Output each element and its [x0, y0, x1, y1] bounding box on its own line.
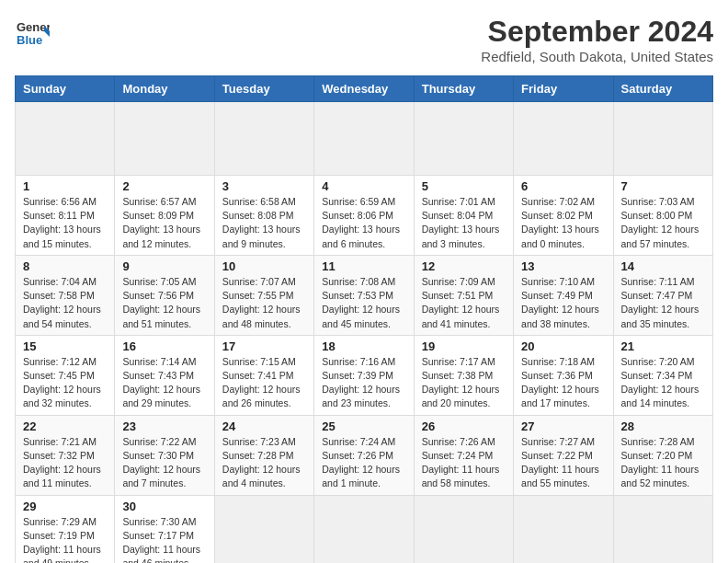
day-info: Sunrise: 7:17 AM Sunset: 7:38 PM Dayligh…: [422, 355, 506, 411]
day-number: 20: [521, 339, 605, 353]
calendar-cell: 9Sunrise: 7:05 AM Sunset: 7:56 PM Daylig…: [115, 255, 214, 335]
column-header-thursday: Thursday: [414, 76, 513, 102]
day-number: 23: [122, 419, 206, 433]
day-number: 11: [322, 259, 405, 273]
calendar-cell: 14Sunrise: 7:11 AM Sunset: 7:47 PM Dayli…: [613, 255, 712, 335]
calendar-cell: 16Sunrise: 7:14 AM Sunset: 7:43 PM Dayli…: [115, 335, 214, 415]
calendar-cell: [514, 102, 613, 176]
day-info: Sunrise: 7:11 AM Sunset: 7:47 PM Dayligh…: [621, 275, 705, 331]
day-info: Sunrise: 6:56 AM Sunset: 8:11 PM Dayligh…: [23, 195, 107, 251]
calendar-cell: 10Sunrise: 7:07 AM Sunset: 7:55 PM Dayli…: [214, 255, 313, 335]
title-area: September 2024 Redfield, South Dakota, U…: [481, 15, 713, 64]
day-info: Sunrise: 7:16 AM Sunset: 7:39 PM Dayligh…: [322, 355, 405, 411]
day-info: Sunrise: 7:20 AM Sunset: 7:34 PM Dayligh…: [621, 355, 705, 411]
day-info: Sunrise: 6:59 AM Sunset: 8:06 PM Dayligh…: [322, 195, 405, 251]
day-number: 12: [422, 259, 506, 273]
calendar-cell: [613, 495, 712, 563]
day-number: 15: [23, 339, 107, 353]
calendar-cell: [314, 495, 414, 563]
calendar-cell: 4Sunrise: 6:59 AM Sunset: 8:06 PM Daylig…: [314, 176, 414, 256]
day-number: 16: [122, 339, 206, 353]
day-number: 26: [422, 419, 506, 433]
day-info: Sunrise: 7:04 AM Sunset: 7:58 PM Dayligh…: [23, 275, 107, 331]
day-number: 10: [222, 259, 306, 273]
day-number: 5: [422, 179, 506, 193]
day-number: 14: [621, 259, 705, 273]
calendar-cell: 5Sunrise: 7:01 AM Sunset: 8:04 PM Daylig…: [414, 176, 513, 256]
day-info: Sunrise: 7:05 AM Sunset: 7:56 PM Dayligh…: [122, 275, 206, 331]
logo: General Blue: [15, 15, 50, 50]
calendar-cell: 23Sunrise: 7:22 AM Sunset: 7:30 PM Dayli…: [115, 415, 214, 495]
day-info: Sunrise: 7:24 AM Sunset: 7:26 PM Dayligh…: [322, 435, 405, 491]
day-info: Sunrise: 7:18 AM Sunset: 7:36 PM Dayligh…: [521, 355, 605, 411]
column-header-friday: Friday: [514, 76, 613, 102]
logo-icon: General Blue: [15, 15, 50, 50]
day-info: Sunrise: 7:22 AM Sunset: 7:30 PM Dayligh…: [122, 435, 206, 491]
day-number: 18: [322, 339, 405, 353]
calendar-cell: 1Sunrise: 6:56 AM Sunset: 8:11 PM Daylig…: [16, 176, 115, 256]
calendar-cell: 21Sunrise: 7:20 AM Sunset: 7:34 PM Dayli…: [613, 335, 712, 415]
calendar-week-row: 22Sunrise: 7:21 AM Sunset: 7:32 PM Dayli…: [16, 415, 713, 495]
calendar-cell: [214, 495, 313, 563]
day-info: Sunrise: 7:26 AM Sunset: 7:24 PM Dayligh…: [422, 435, 506, 491]
day-number: 27: [521, 419, 605, 433]
day-number: 28: [621, 419, 705, 433]
svg-marker-3: [44, 31, 50, 37]
column-header-sunday: Sunday: [16, 76, 115, 102]
calendar-cell: 30Sunrise: 7:30 AM Sunset: 7:17 PM Dayli…: [115, 495, 214, 563]
calendar-cell: 15Sunrise: 7:12 AM Sunset: 7:45 PM Dayli…: [16, 335, 115, 415]
calendar-week-row: [16, 102, 713, 176]
calendar-cell: 26Sunrise: 7:26 AM Sunset: 7:24 PM Dayli…: [414, 415, 513, 495]
day-number: 21: [621, 339, 705, 353]
calendar-cell: 3Sunrise: 6:58 AM Sunset: 8:08 PM Daylig…: [214, 176, 313, 256]
calendar-cell: [613, 102, 712, 176]
day-info: Sunrise: 7:21 AM Sunset: 7:32 PM Dayligh…: [23, 435, 107, 491]
day-number: 1: [23, 179, 107, 193]
calendar-cell: 12Sunrise: 7:09 AM Sunset: 7:51 PM Dayli…: [414, 255, 513, 335]
day-info: Sunrise: 7:14 AM Sunset: 7:43 PM Dayligh…: [122, 355, 206, 411]
calendar-cell: [214, 102, 313, 176]
day-info: Sunrise: 7:02 AM Sunset: 8:02 PM Dayligh…: [521, 195, 605, 251]
calendar-table: SundayMondayTuesdayWednesdayThursdayFrid…: [15, 75, 713, 563]
day-info: Sunrise: 7:09 AM Sunset: 7:51 PM Dayligh…: [422, 275, 506, 331]
calendar-cell: 8Sunrise: 7:04 AM Sunset: 7:58 PM Daylig…: [16, 255, 115, 335]
day-info: Sunrise: 7:03 AM Sunset: 8:00 PM Dayligh…: [621, 195, 705, 251]
day-number: 29: [23, 500, 107, 513]
column-header-tuesday: Tuesday: [214, 76, 313, 102]
svg-text:Blue: Blue: [17, 33, 42, 47]
day-info: Sunrise: 7:15 AM Sunset: 7:41 PM Dayligh…: [222, 355, 306, 411]
calendar-cell: [16, 102, 115, 176]
day-number: 24: [222, 419, 306, 433]
calendar-cell: [414, 102, 513, 176]
day-info: Sunrise: 7:10 AM Sunset: 7:49 PM Dayligh…: [521, 275, 605, 331]
day-number: 3: [222, 179, 306, 193]
calendar-week-row: 15Sunrise: 7:12 AM Sunset: 7:45 PM Dayli…: [16, 335, 713, 415]
day-number: 19: [422, 339, 506, 353]
calendar-cell: [514, 495, 613, 563]
day-info: Sunrise: 7:29 AM Sunset: 7:19 PM Dayligh…: [23, 515, 107, 564]
calendar-cell: [115, 102, 214, 176]
calendar-cell: 28Sunrise: 7:28 AM Sunset: 7:20 PM Dayli…: [613, 415, 712, 495]
day-info: Sunrise: 7:30 AM Sunset: 7:17 PM Dayligh…: [122, 515, 206, 564]
day-info: Sunrise: 7:27 AM Sunset: 7:22 PM Dayligh…: [521, 435, 605, 491]
calendar-cell: 24Sunrise: 7:23 AM Sunset: 7:28 PM Dayli…: [214, 415, 313, 495]
column-header-monday: Monday: [115, 76, 214, 102]
day-info: Sunrise: 7:28 AM Sunset: 7:20 PM Dayligh…: [621, 435, 705, 491]
calendar-week-row: 8Sunrise: 7:04 AM Sunset: 7:58 PM Daylig…: [16, 255, 713, 335]
calendar-cell: 11Sunrise: 7:08 AM Sunset: 7:53 PM Dayli…: [314, 255, 414, 335]
day-number: 4: [322, 179, 405, 193]
day-number: 9: [122, 259, 206, 273]
day-info: Sunrise: 6:58 AM Sunset: 8:08 PM Dayligh…: [222, 195, 306, 251]
calendar-cell: 13Sunrise: 7:10 AM Sunset: 7:49 PM Dayli…: [514, 255, 613, 335]
day-info: Sunrise: 7:07 AM Sunset: 7:55 PM Dayligh…: [222, 275, 306, 331]
day-number: 17: [222, 339, 306, 353]
day-number: 13: [521, 259, 605, 273]
column-header-saturday: Saturday: [613, 76, 712, 102]
calendar-cell: 20Sunrise: 7:18 AM Sunset: 7:36 PM Dayli…: [514, 335, 613, 415]
calendar-cell: 29Sunrise: 7:29 AM Sunset: 7:19 PM Dayli…: [16, 495, 115, 563]
calendar-cell: 19Sunrise: 7:17 AM Sunset: 7:38 PM Dayli…: [414, 335, 513, 415]
calendar-cell: [414, 495, 513, 563]
calendar-header-row: SundayMondayTuesdayWednesdayThursdayFrid…: [16, 76, 713, 102]
day-number: 2: [122, 179, 206, 193]
calendar-cell: 6Sunrise: 7:02 AM Sunset: 8:02 PM Daylig…: [514, 176, 613, 256]
